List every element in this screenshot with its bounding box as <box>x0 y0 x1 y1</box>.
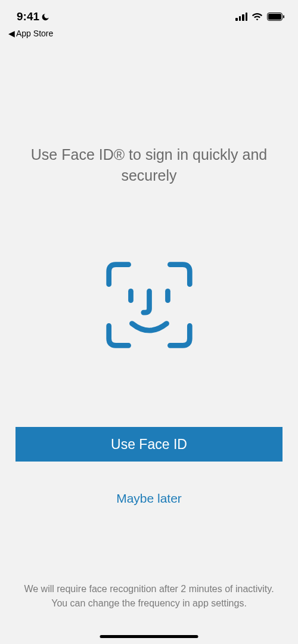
status-left: 9:41 <box>17 10 51 23</box>
svg-rect-1 <box>268 14 281 20</box>
do-not-disturb-icon <box>42 13 51 21</box>
secondary-button-label: Maybe later <box>116 491 182 505</box>
status-time: 9:41 <box>17 10 39 23</box>
maybe-later-button[interactable]: Maybe later <box>116 491 182 506</box>
face-id-icon <box>103 259 195 351</box>
back-link-label: App Store <box>16 29 53 38</box>
back-to-app-store-link[interactable]: ◀ App Store <box>0 26 298 38</box>
main-content: Use Face ID® to sign in quickly and secu… <box>0 38 298 506</box>
status-right <box>235 13 285 21</box>
use-face-id-button[interactable]: Use Face ID <box>15 427 283 462</box>
footer-disclaimer: We will require face recognition after 2… <box>18 582 280 611</box>
primary-button-label: Use Face ID <box>111 436 187 453</box>
status-bar: 9:41 <box>0 0 298 26</box>
page-heading: Use Face ID® to sign in quickly and secu… <box>30 144 268 186</box>
home-indicator[interactable] <box>100 635 198 638</box>
battery-icon <box>267 13 285 21</box>
wifi-icon <box>252 13 263 21</box>
chevron-left-icon: ◀ <box>8 29 15 38</box>
svg-rect-2 <box>283 16 284 18</box>
cellular-signal-icon <box>235 13 247 21</box>
